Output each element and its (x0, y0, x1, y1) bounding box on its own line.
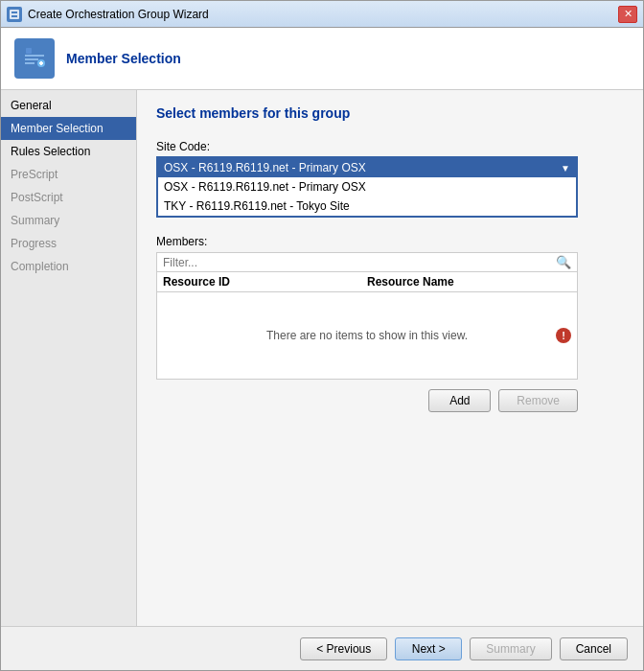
svg-rect-2 (12, 15, 17, 17)
close-button[interactable]: ✕ (618, 6, 637, 23)
header-title: Member Selection (66, 51, 181, 66)
sidebar-item-general[interactable]: General (1, 94, 136, 117)
site-code-group: Site Code: OSX - R6119.R6119.net - Prima… (156, 140, 624, 218)
empty-message: There are no items to show in this view. (266, 329, 468, 342)
svg-rect-6 (25, 58, 38, 60)
title-bar: Create Orchestration Group Wizard ✕ (1, 1, 643, 28)
sidebar-item-summary: Summary (1, 209, 136, 232)
header-area: Member Selection (1, 28, 643, 90)
members-section: Members: 🔍 Resource ID Resource Name The… (156, 235, 624, 412)
site-code-label: Site Code: (156, 140, 624, 153)
site-code-dropdown[interactable]: OSX - R6119.R6119.net - Primary OSX ▼ OS… (156, 156, 578, 218)
sidebar-item-completion: Completion (1, 255, 136, 278)
sidebar-item-member-selection[interactable]: Member Selection (1, 117, 136, 140)
filter-input[interactable] (163, 256, 556, 269)
svg-rect-0 (10, 10, 19, 19)
search-icon: 🔍 (556, 255, 571, 269)
table-header: Resource ID Resource Name (157, 272, 577, 292)
column-resource-id: Resource ID (163, 275, 367, 289)
svg-rect-10 (40, 61, 42, 65)
next-button[interactable]: Next > (395, 637, 462, 660)
dropdown-selected-text: OSX - R6119.R6119.net - Primary OSX (164, 161, 366, 174)
add-button[interactable]: Add (428, 389, 491, 412)
chevron-down-icon: ▼ (561, 163, 570, 174)
sidebar-item-progress: Progress (1, 232, 136, 255)
wizard-window: Create Orchestration Group Wizard ✕ Memb… (0, 0, 644, 671)
page-title: Select members for this group (156, 105, 624, 121)
sidebar-item-postscript: PostScript (1, 186, 136, 209)
sidebar-item-rules-selection[interactable]: Rules Selection (1, 140, 136, 163)
svg-rect-1 (12, 12, 17, 13)
main-content: Select members for this group Site Code:… (137, 90, 643, 626)
wizard-icon (14, 38, 55, 79)
site-code-list[interactable]: OSX - R6119.R6119.net - Primary OSX ▼ OS… (156, 156, 578, 218)
content-area: General Member Selection Rules Selection… (1, 90, 643, 626)
dropdown-selected[interactable]: OSX - R6119.R6119.net - Primary OSX ▼ (158, 158, 576, 177)
dropdown-option-2[interactable]: TKY - R6119.R6119.net - Tokyo Site (158, 197, 576, 216)
summary-button[interactable]: Summary (470, 637, 551, 660)
footer: < Previous Next > Summary Cancel (1, 626, 643, 670)
table-body: There are no items to show in this view.… (157, 292, 577, 379)
sidebar-item-prescript: PreScript (1, 163, 136, 186)
remove-button[interactable]: Remove (498, 389, 578, 412)
svg-rect-7 (25, 62, 34, 64)
sidebar: General Member Selection Rules Selection… (1, 90, 137, 626)
action-buttons: Add Remove (156, 389, 578, 412)
dropdown-option-1[interactable]: OSX - R6119.R6119.net - Primary OSX (158, 177, 576, 197)
column-resource-name: Resource Name (367, 275, 571, 289)
svg-rect-5 (25, 55, 44, 57)
error-badge: ! (556, 328, 571, 343)
svg-rect-4 (26, 48, 32, 54)
cancel-button[interactable]: Cancel (560, 637, 628, 660)
filter-bar: 🔍 (156, 252, 578, 272)
previous-button[interactable]: < Previous (300, 637, 387, 660)
members-label: Members: (156, 235, 624, 248)
members-table: Resource ID Resource Name There are no i… (156, 272, 578, 380)
title-bar-text: Create Orchestration Group Wizard (28, 8, 618, 21)
title-bar-icon (7, 7, 22, 22)
